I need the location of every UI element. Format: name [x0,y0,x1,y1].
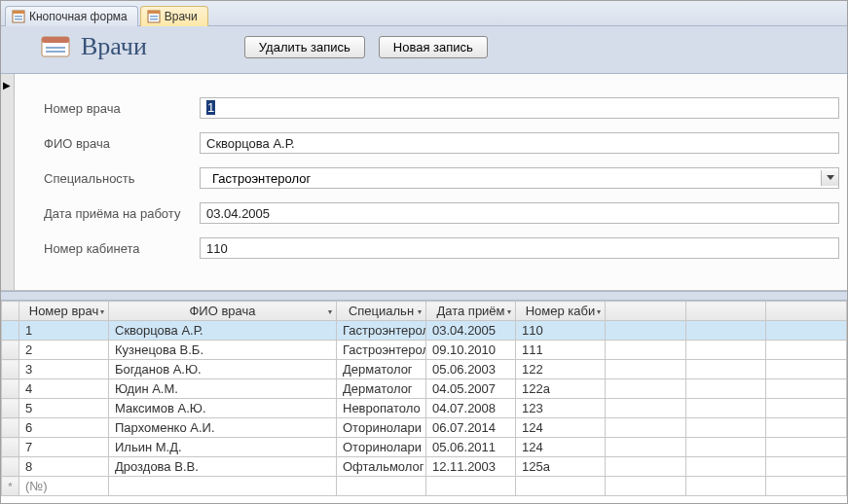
cell-date[interactable]: 05.06.2003 [426,360,516,379]
cell-fio[interactable]: Максимов А.Ю. [109,399,337,418]
tab-bar: Кнопочная форма Врачи [1,1,847,26]
row-selector[interactable] [2,418,19,438]
cell-id[interactable]: 3 [19,360,109,379]
cell-spec[interactable]: Оторинолари [337,418,426,438]
cell-fio[interactable]: Кузнецова В.Б. [109,341,337,360]
cell-cab[interactable]: 124 [516,438,606,457]
cell-blank [766,477,847,496]
doctor-id-field[interactable]: 1 [200,97,839,119]
chevron-down-icon[interactable] [821,170,838,186]
cell-spec[interactable] [337,477,426,496]
cell-date[interactable]: 03.04.2005 [426,321,516,341]
cell-blank [606,379,686,399]
row-selector[interactable] [2,379,19,399]
cell-blank [766,438,847,457]
cell-id[interactable]: 5 [19,399,109,418]
cell-spec[interactable]: Дерматолог [337,360,426,379]
row-selector[interactable] [2,438,19,457]
svg-rect-10 [46,47,65,49]
cell-date[interactable] [426,477,516,496]
cell-cab[interactable]: 122 [516,360,606,379]
row-selector[interactable] [2,360,19,379]
cell-spec[interactable]: Гастроэнтерол [337,321,426,341]
cell-cab[interactable]: 125а [516,457,606,477]
cell-blank [685,341,766,360]
form-icon [12,10,25,23]
column-header-spec[interactable]: Специальн▾ [337,302,426,321]
tab-doctors[interactable]: Врачи [140,6,208,26]
cell-date[interactable]: 05.06.2011 [426,438,516,457]
row-selector[interactable] [2,321,19,341]
table-row-new[interactable]: *(№) [2,477,847,496]
cell-fio[interactable]: Дроздова В.В. [109,457,337,477]
cell-fio[interactable]: Богданов А.Ю. [109,360,337,379]
cell-blank [606,360,686,379]
cabinet-field[interactable] [200,237,839,259]
hire-date-field[interactable] [200,202,839,224]
table-row[interactable]: 4Юдин А.М.Дерматолог04.05.2007122а [2,379,847,399]
column-header-fio[interactable]: ФИО врача▾ [109,302,337,321]
table-row[interactable]: 5Максимов А.Ю.Невропатоло04.07.2008123 [2,399,847,418]
cell-id[interactable]: 2 [19,341,109,360]
cell-blank [766,457,847,477]
cell-id[interactable]: (№) [19,477,109,496]
cell-cab[interactable]: 122а [516,379,606,399]
cell-spec[interactable]: Офтальмолог [337,457,426,477]
cell-blank [606,321,686,341]
table-row[interactable]: 3Богданов А.Ю.Дерматолог05.06.2003122 [2,360,847,379]
row-selector[interactable] [2,341,19,360]
cell-date[interactable]: 04.05.2007 [426,379,516,399]
cell-blank [685,321,766,341]
cell-id[interactable]: 6 [19,418,109,438]
cell-spec[interactable]: Гастроэнтерол [337,341,426,360]
cell-date[interactable]: 12.11.2003 [426,457,516,477]
cell-cab[interactable]: 110 [516,321,606,341]
cell-blank [766,360,847,379]
cell-cab[interactable]: 111 [516,341,606,360]
speciality-combobox[interactable] [200,167,839,189]
cell-date[interactable]: 04.07.2008 [426,399,516,418]
tab-button-form[interactable]: Кнопочная форма [5,6,138,26]
cell-fio[interactable]: Юдин А.М. [109,379,337,399]
cell-fio[interactable]: Скворцова А.Р. [109,321,337,341]
cell-cab[interactable]: 123 [516,399,606,418]
cell-date[interactable]: 09.10.2010 [426,341,516,360]
cell-id[interactable]: 7 [19,438,109,457]
table-row[interactable]: 6Пархоменко А.И.Оторинолари06.07.2014124 [2,418,847,438]
delete-record-button[interactable]: Удалить запись [244,36,365,58]
row-selector[interactable] [2,399,19,418]
column-header-cab[interactable]: Номер каби▾ [516,302,606,321]
column-header-id[interactable]: Номер врач▾ [19,302,109,321]
cell-blank [685,399,766,418]
chevron-down-icon: ▾ [418,306,422,315]
cell-spec[interactable]: Невропатоло [337,399,426,418]
row-selector[interactable] [2,457,19,477]
svg-rect-6 [150,16,158,18]
form-icon [147,10,161,23]
cell-date[interactable]: 06.07.2014 [426,418,516,438]
table-row[interactable]: 1Скворцова А.Р.Гастроэнтерол03.04.200511… [2,321,847,341]
column-header-date[interactable]: Дата приём▾ [426,302,516,321]
cell-spec[interactable]: Оторинолари [337,438,426,457]
table-row[interactable]: 8Дроздова В.В.Офтальмолог12.11.2003125а [2,457,847,477]
chevron-down-icon: ▾ [507,306,511,315]
cell-fio[interactable]: Пархоменко А.И. [109,418,337,438]
new-record-button[interactable]: Новая запись [379,36,488,58]
form-header: Врачи Удалить запись Новая запись [1,26,847,74]
cell-id[interactable]: 1 [19,321,109,341]
cell-fio[interactable]: Ильин М.Д. [109,438,337,457]
cell-fio[interactable] [109,477,337,496]
cell-cab[interactable] [516,477,606,496]
speciality-input[interactable] [206,170,821,186]
cell-id[interactable]: 4 [19,379,109,399]
cell-cab[interactable]: 124 [516,418,606,438]
select-all-corner[interactable] [2,302,19,321]
cell-id[interactable]: 8 [19,457,109,477]
fio-field[interactable] [200,132,839,154]
svg-rect-11 [46,51,65,53]
table-row[interactable]: 7Ильин М.Д.Оторинолари05.06.2011124 [2,438,847,457]
cell-spec[interactable]: Дерматолог [337,379,426,399]
table-row[interactable]: 2Кузнецова В.Б.Гастроэнтерол09.10.201011… [2,341,847,360]
cell-blank [766,379,847,399]
record-selector[interactable]: ▶ [1,74,15,290]
